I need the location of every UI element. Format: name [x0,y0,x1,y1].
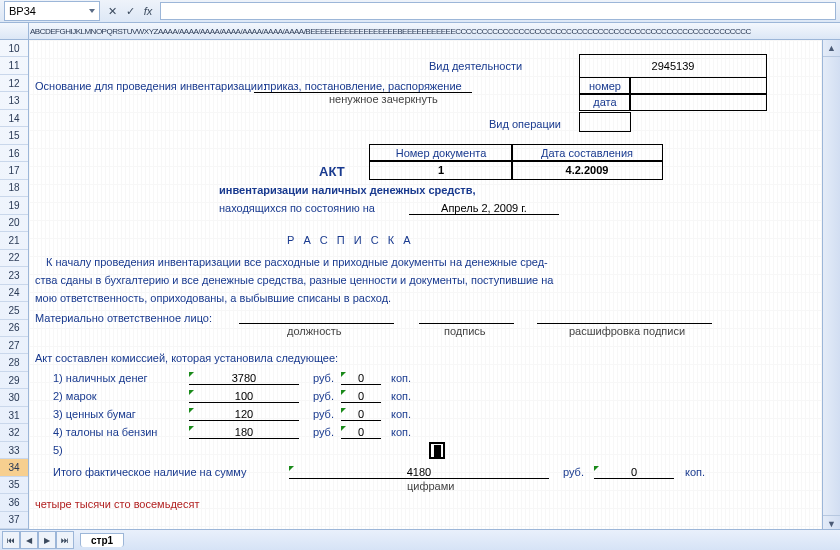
row-header-14[interactable]: 14 [0,110,28,127]
basis-label: Основание для проведения инвентаризации: [35,80,266,92]
active-cell[interactable] [429,442,445,459]
responsible-label: Материально ответственное лицо: [35,312,212,324]
item-4-kop[interactable]: 0 [341,426,381,439]
scroll-down-icon[interactable]: ▼ [823,515,840,529]
row-header-29[interactable]: 29 [0,372,28,389]
row-header-25[interactable]: 25 [0,302,28,319]
chevron-down-icon[interactable] [89,9,95,13]
item-1-label: 1) наличных денег [53,372,148,384]
commission-text: Акт составлен комиссией, которая установ… [35,352,338,364]
row-header-18[interactable]: 18 [0,180,28,197]
amount-words: четыре тысячи сто восемьдесят [35,498,199,510]
item-4-value[interactable]: 180 [189,426,299,439]
select-all-box[interactable] [0,23,29,39]
item-3-value[interactable]: 120 [189,408,299,421]
para-line-2: ства сданы в бухгалтерию и все денежные … [35,274,553,286]
row-header-24[interactable]: 24 [0,285,28,302]
doc-num-cell[interactable]: 1 [369,160,513,180]
row-header-23[interactable]: 23 [0,267,28,284]
row-header-37[interactable]: 37 [0,512,28,529]
tab-last-icon[interactable]: ⏭ [56,531,74,549]
row-header-27[interactable]: 27 [0,337,28,354]
date-cell[interactable] [629,93,767,111]
title-line-2: находящихся по состоянию на [219,202,375,214]
row-header-10[interactable]: 10 [0,40,28,57]
basis-value: приказ, постановление, распоряжение [254,80,472,93]
cell-reference: BP34 [9,5,36,17]
sheet-tab[interactable]: стр1 [80,533,124,547]
name-box[interactable]: BP34 [4,1,100,21]
receipt-title: Р А С П И С К А [287,234,414,246]
item-2-value[interactable]: 100 [189,390,299,403]
item-5-label: 5) [53,444,63,456]
sheet-tabs-bar: ⏮ ◀ ▶ ⏭ стр1 [0,529,840,550]
row-header-28[interactable]: 28 [0,354,28,371]
comp-date-cell[interactable]: 4.2.2009 [511,160,663,180]
row-header-31[interactable]: 31 [0,407,28,424]
row-header-17[interactable]: 17 [0,162,28,179]
row-header-34[interactable]: 34 [0,459,28,476]
confirm-icon[interactable]: ✓ [122,3,138,19]
item-1-value[interactable]: 3780 [189,372,299,385]
row-header-15[interactable]: 15 [0,127,28,144]
formula-input[interactable] [160,2,836,20]
para-line-3: мою ответственность, оприходованы, а выб… [35,292,391,304]
total-kop[interactable]: 0 [594,466,674,479]
row-header-22[interactable]: 22 [0,250,28,267]
item-4-label: 4) талоны на бензин [53,426,157,438]
fx-icon[interactable]: fx [140,3,156,19]
tab-first-icon[interactable]: ⏮ [2,531,20,549]
column-headers[interactable]: ABCDEFGHIJKLMNOPQRSTUVWXYZAAAA/AAAA/AAAA… [0,23,840,40]
row-header-32[interactable]: 32 [0,424,28,441]
row-header-21[interactable]: 21 [0,232,28,249]
row-header-11[interactable]: 11 [0,57,28,74]
tab-prev-icon[interactable]: ◀ [20,531,38,549]
vertical-scrollbar[interactable]: ▲ ▼ [822,40,840,529]
item-2-kop[interactable]: 0 [341,390,381,403]
row-header-36[interactable]: 36 [0,494,28,511]
worksheet[interactable]: Вид деятельности 2945139 Основание для п… [29,40,840,529]
sheet-content: Вид деятельности 2945139 Основание для п… [29,40,840,529]
position-hint: должность [287,325,342,337]
digits-hint: цифрами [407,480,454,492]
oper-type-cell[interactable] [579,112,631,132]
tab-next-icon[interactable]: ▶ [38,531,56,549]
item-2-label: 2) марок [53,390,97,402]
row-header-30[interactable]: 30 [0,389,28,406]
title-line-1: инвентаризации наличных денежных средств… [219,184,476,196]
item-3-kop[interactable]: 0 [341,408,381,421]
total-label: Итого фактическое наличие на сумму [53,466,246,478]
row-headers[interactable]: 1011121314151617181920212223242526272829… [0,40,29,529]
row-header-16[interactable]: 16 [0,145,28,162]
oper-type-label: Вид операции [489,118,561,130]
formula-bar: BP34 ✕ ✓ fx [0,0,840,23]
date-label: дата [579,93,631,111]
total-value[interactable]: 4180 [289,466,549,479]
row-header-13[interactable]: 13 [0,92,28,109]
signature-hint: подпись [444,325,486,337]
status-date: Апрель 2, 2009 г. [409,202,559,215]
activity-code-cell[interactable]: 2945139 [579,54,767,78]
row-header-26[interactable]: 26 [0,320,28,337]
row-header-19[interactable]: 19 [0,197,28,214]
cancel-icon[interactable]: ✕ [104,3,120,19]
scroll-up-icon[interactable]: ▲ [823,40,840,57]
scroll-track[interactable] [823,57,840,515]
act-label: АКТ [319,164,345,179]
item-1-kop[interactable]: 0 [341,372,381,385]
signature-decode-hint: расшифровка подписи [569,325,685,337]
row-header-12[interactable]: 12 [0,75,28,92]
item-3-label: 3) ценных бумаг [53,408,136,420]
activity-type-label: Вид деятельности [429,60,522,72]
row-header-20[interactable]: 20 [0,215,28,232]
row-header-33[interactable]: 33 [0,442,28,459]
para-line-1: К началу проведения инвентаризации все р… [46,256,548,268]
basis-note: ненужное зачеркнуть [329,93,438,105]
formula-buttons: ✕ ✓ fx [104,3,156,19]
row-header-35[interactable]: 35 [0,477,28,494]
